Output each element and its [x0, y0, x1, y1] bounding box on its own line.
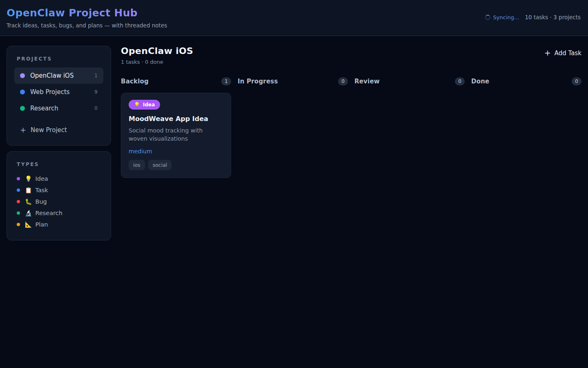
kanban-columns: Backlog 1 💡 Idea MoodWeave App Idea Soci… [121, 77, 581, 178]
project-label: Web Projects [30, 88, 70, 96]
project-color-dot [20, 90, 25, 94]
type-item-bug[interactable]: 🐛 Bug [17, 196, 101, 207]
column-name: Review [354, 78, 380, 85]
type-label: Plan [35, 221, 48, 228]
types-panel: TYPES 💡 Idea 📋 Task 🐛 Bug 🔬 Research [7, 151, 111, 240]
lightbulb-icon: 💡 [134, 102, 140, 108]
project-label: OpenClaw iOS [30, 72, 74, 79]
column-name: Done [471, 78, 489, 85]
type-item-plan[interactable]: 📐 Plan [17, 219, 101, 230]
column-header: Backlog 1 [121, 77, 231, 85]
column-name: Backlog [121, 78, 149, 85]
card-tags: ios social [129, 160, 223, 170]
projects-panel: PROJECTS OpenClaw iOS 1 Web Projects 9 R… [7, 46, 111, 146]
column-done: Done 0 [471, 77, 581, 178]
type-label: Research [35, 210, 62, 216]
project-color-dot [20, 73, 25, 78]
board-header: OpenClaw iOS 1 tasks · 0 done + Add Task [121, 46, 581, 65]
app-subtitle: Track ideas, tasks, bugs, and plans — wi… [7, 22, 167, 29]
column-header: In Progress 0 [238, 77, 348, 85]
header-status-area: Syncing... 10 tasks · 3 projects [485, 14, 581, 20]
new-project-label: New Project [31, 126, 67, 134]
microscope-icon: 🔬 [25, 210, 32, 216]
app-header: OpenClaw Project Hub Track ideas, tasks,… [0, 0, 588, 36]
column-header: Done 0 [471, 77, 581, 85]
card-title: MoodWeave App Idea [129, 115, 223, 123]
project-count: 1 [94, 73, 98, 79]
types-heading: TYPES [17, 162, 101, 167]
type-item-task[interactable]: 📋 Task [17, 184, 101, 196]
sidebar-item-openclaw-ios[interactable]: OpenClaw iOS 1 [14, 67, 103, 84]
column-count-badge: 0 [572, 77, 581, 85]
project-count: 0 [94, 105, 98, 111]
project-count: 9 [94, 89, 98, 95]
card-priority: medium [129, 148, 223, 155]
column-backlog: Backlog 1 💡 Idea MoodWeave App Idea Soci… [121, 77, 231, 178]
plus-icon: + [20, 126, 26, 134]
triangle-ruler-icon: 📐 [25, 222, 32, 227]
type-color-dot [17, 211, 20, 215]
clipboard-icon: 📋 [25, 187, 32, 193]
type-item-research[interactable]: 🔬 Research [17, 207, 101, 219]
project-label: Research [30, 105, 58, 112]
add-task-label: Add Task [555, 49, 581, 57]
sidebar-item-research[interactable]: Research 0 [14, 100, 103, 117]
tag-pill: social [148, 160, 172, 170]
card-description: Social mood tracking with woven visualiz… [129, 126, 218, 143]
project-color-dot [20, 106, 25, 111]
column-review: Review 0 [354, 77, 465, 178]
column-in-progress: In Progress 0 [238, 77, 348, 178]
type-color-dot [17, 223, 20, 226]
column-count-badge: 0 [455, 77, 465, 85]
add-task-button[interactable]: + Add Task [544, 49, 581, 57]
global-stats: 10 tasks · 3 projects [525, 14, 581, 20]
task-card-moodweave[interactable]: 💡 Idea MoodWeave App Idea Social mood tr… [121, 93, 231, 178]
projects-heading: PROJECTS [17, 56, 101, 62]
app-title: OpenClaw Project Hub [7, 7, 167, 19]
sync-status: Syncing... [485, 14, 519, 20]
sidebar: PROJECTS OpenClaw iOS 1 Web Projects 9 R… [7, 46, 111, 240]
type-color-dot [17, 200, 20, 203]
type-item-idea[interactable]: 💡 Idea [17, 173, 101, 184]
sync-spinner-icon [485, 15, 490, 20]
content: PROJECTS OpenClaw iOS 1 Web Projects 9 R… [0, 36, 588, 250]
column-count-badge: 0 [338, 77, 348, 85]
column-name: In Progress [238, 78, 278, 85]
sidebar-item-web-projects[interactable]: Web Projects 9 [14, 84, 103, 100]
board-subtitle: 1 tasks · 0 done [121, 59, 193, 65]
plus-icon: + [544, 49, 551, 57]
type-color-dot [17, 177, 20, 180]
board-main: OpenClaw iOS 1 tasks · 0 done + Add Task… [121, 46, 581, 240]
type-label: Bug [35, 198, 47, 205]
type-label: Idea [35, 175, 48, 182]
tag-pill: ios [129, 160, 145, 170]
board-title: OpenClaw iOS [121, 46, 193, 56]
column-count-badge: 1 [221, 77, 231, 85]
type-label: Task [35, 187, 48, 193]
bug-icon: 🐛 [25, 199, 32, 204]
app-header-left: OpenClaw Project Hub Track ideas, tasks,… [7, 7, 167, 29]
column-header: Review 0 [354, 77, 465, 85]
type-color-dot [17, 188, 20, 192]
lightbulb-icon: 💡 [25, 176, 32, 182]
card-type-label: Idea [143, 102, 155, 108]
sync-status-label: Syncing... [493, 14, 519, 20]
card-type-badge: 💡 Idea [129, 100, 160, 110]
board-header-left: OpenClaw iOS 1 tasks · 0 done [121, 46, 193, 65]
new-project-button[interactable]: + New Project [17, 125, 101, 135]
